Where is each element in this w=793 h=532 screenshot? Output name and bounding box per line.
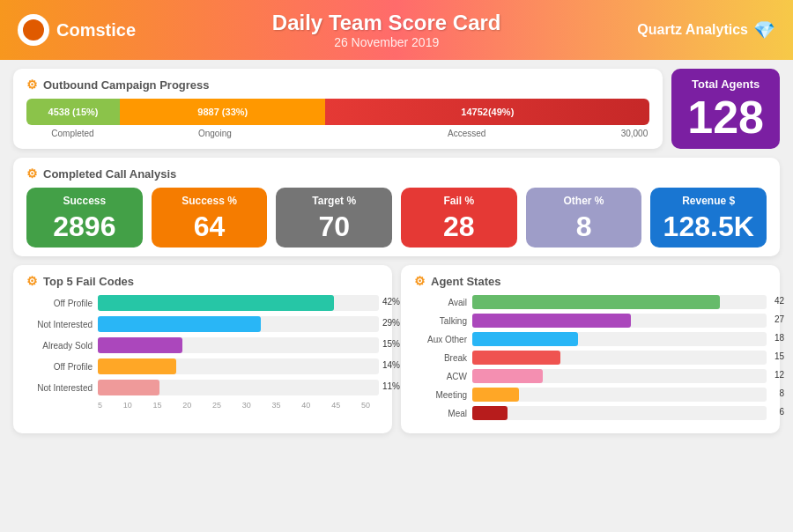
agent-bar-fill — [472, 332, 578, 346]
agent-bar-fill — [472, 406, 508, 420]
agent-states-card: ⚙ Agent States Avail 42 Talking 27 Aux O… — [401, 265, 780, 433]
agent-bar-label: Break — [414, 353, 467, 363]
logo-inner — [23, 19, 44, 41]
agent-bar-label: Meeting — [414, 390, 467, 400]
agent-bar-fill — [472, 295, 720, 309]
agent-bar-track: 18 — [472, 332, 767, 346]
metric-value: 64 — [160, 212, 259, 240]
label-ongoing: Ongoing — [117, 129, 313, 138]
bar-pct: 29% — [382, 318, 400, 328]
agent-bar-label: Avail — [414, 298, 467, 307]
metrics-row: Success 2896 Success % 64 Target % 70 Fa… — [26, 188, 767, 248]
metric-value: 2896 — [35, 212, 134, 240]
bar-row: Not Interested 11% — [26, 380, 379, 395]
label-completed: Completed — [28, 129, 117, 138]
agent-states-chart: Avail 42 Talking 27 Aux Other 18 Break 1… — [414, 295, 767, 420]
metric-box: Fail % 28 — [401, 188, 517, 248]
header: Comstice Daily Team Score Card 26 Novemb… — [0, 0, 793, 60]
agent-bar-row: Avail 42 — [414, 295, 767, 309]
agent-bar-track: 15 — [472, 351, 767, 365]
bar-row: Off Profile 42% — [26, 295, 379, 311]
progress-accessed: 14752(49%) — [325, 99, 649, 125]
progress-completed: 4538 (15%) — [26, 99, 120, 125]
agent-bar-track: 42 — [472, 295, 767, 309]
agent-bar-value: 15 — [774, 351, 784, 361]
bar-label: Off Profile — [26, 299, 93, 308]
total-agents-value: 128 — [687, 94, 764, 140]
row-campaign: ⚙ Outbound Campaign Progress 4538 (15%) … — [13, 69, 780, 149]
fail-codes-card: ⚙ Top 5 Fail Codes Off Profile 42% Not I… — [13, 265, 392, 433]
metric-box: Success 2896 — [26, 188, 143, 248]
call-analysis-title: Completed Call Analysis — [43, 167, 176, 181]
agent-bar-row: Meal 6 — [414, 406, 767, 420]
agent-bar-label: Talking — [414, 316, 467, 326]
fail-codes-title: Top 5 Fail Codes — [43, 275, 134, 288]
total-agents-label: Total Agents — [687, 78, 764, 91]
agent-bar-label: Aux Other — [414, 335, 467, 344]
call-analysis-card: ⚙ Completed Call Analysis Success 2896 S… — [13, 158, 780, 256]
bar-row: Off Profile 14% — [26, 358, 379, 374]
campaign-header: ⚙ Outbound Campaign Progress — [26, 78, 649, 92]
bar-track: 42% — [98, 295, 379, 311]
metric-label: Target % — [285, 195, 383, 207]
bar-fill — [98, 380, 159, 395]
agent-states-title: Agent States — [431, 275, 500, 288]
call-analysis-header: ⚙ Completed Call Analysis — [26, 166, 767, 181]
agent-bar-label: ACW — [414, 372, 467, 381]
main-content: ⚙ Outbound Campaign Progress 4538 (15%) … — [0, 60, 793, 442]
axis-label: 25 — [212, 401, 221, 410]
bar-row: Already Sold 15% — [26, 337, 379, 353]
bar-row: Not Interested 29% — [26, 316, 379, 332]
total-agents-card: Total Agents 128 — [671, 69, 780, 149]
logo: Comstice — [18, 14, 136, 46]
agent-bar-fill — [472, 369, 543, 383]
axis-label: 5 — [98, 401, 102, 410]
header-title-block: Daily Team Score Card 26 November 2019 — [272, 11, 501, 49]
fail-codes-chart: Off Profile 42% Not Interested 29% Alrea… — [26, 295, 379, 395]
metric-label: Success % — [160, 195, 259, 207]
agent-bar-track: 12 — [472, 369, 767, 383]
metric-box: Other % 8 — [526, 188, 642, 248]
axis-label: 30 — [242, 401, 251, 410]
quartz-branding: Quartz Analytics 💎 — [637, 19, 775, 41]
bar-track: 15% — [98, 337, 379, 353]
page-subtitle: 26 November 2019 — [272, 35, 501, 49]
agent-bar-row: Talking 27 — [414, 314, 767, 328]
agent-bar-fill — [472, 314, 631, 328]
logo-circle — [18, 14, 49, 46]
row-charts: ⚙ Top 5 Fail Codes Off Profile 42% Not I… — [13, 265, 780, 433]
agent-bar-value: 12 — [774, 370, 784, 380]
bar-fill — [98, 358, 176, 374]
axis-label: 10 — [123, 401, 132, 410]
bar-fill — [98, 295, 334, 311]
agent-bar-value: 18 — [774, 333, 784, 343]
metric-value: 128.5K — [659, 212, 758, 240]
logo-text: Comstice — [56, 20, 136, 41]
axis-label: 35 — [272, 401, 281, 410]
agent-bar-track: 6 — [472, 406, 767, 420]
metric-label: Revenue $ — [659, 195, 758, 207]
bar-pct: 11% — [382, 381, 400, 391]
progress-max: 30,000 — [621, 129, 648, 138]
campaign-title: Outbound Campaign Progress — [43, 78, 210, 92]
axis-label: 20 — [182, 401, 191, 410]
axis-label: 50 — [361, 401, 370, 410]
axis-label: 40 — [301, 401, 310, 410]
bar-pct: 15% — [382, 339, 400, 349]
campaign-icon: ⚙ — [26, 78, 38, 92]
campaign-card: ⚙ Outbound Campaign Progress 4538 (15%) … — [13, 69, 663, 149]
agent-bar-fill — [472, 351, 560, 365]
agent-bar-fill — [472, 388, 519, 402]
quartz-label: Quartz Analytics — [637, 22, 748, 38]
agent-bar-row: Meeting 8 — [414, 388, 767, 402]
metric-label: Other % — [535, 195, 634, 207]
bar-label: Already Sold — [26, 341, 93, 351]
progress-ongoing: 9887 (33%) — [120, 99, 325, 125]
page-title: Daily Team Score Card — [272, 11, 501, 35]
bar-track: 11% — [98, 380, 379, 395]
agent-bar-value: 27 — [774, 314, 784, 324]
metric-box: Target % 70 — [276, 188, 392, 248]
call-analysis-icon: ⚙ — [26, 166, 38, 181]
metric-label: Fail % — [410, 195, 508, 207]
agent-states-header: ⚙ Agent States — [414, 274, 767, 288]
